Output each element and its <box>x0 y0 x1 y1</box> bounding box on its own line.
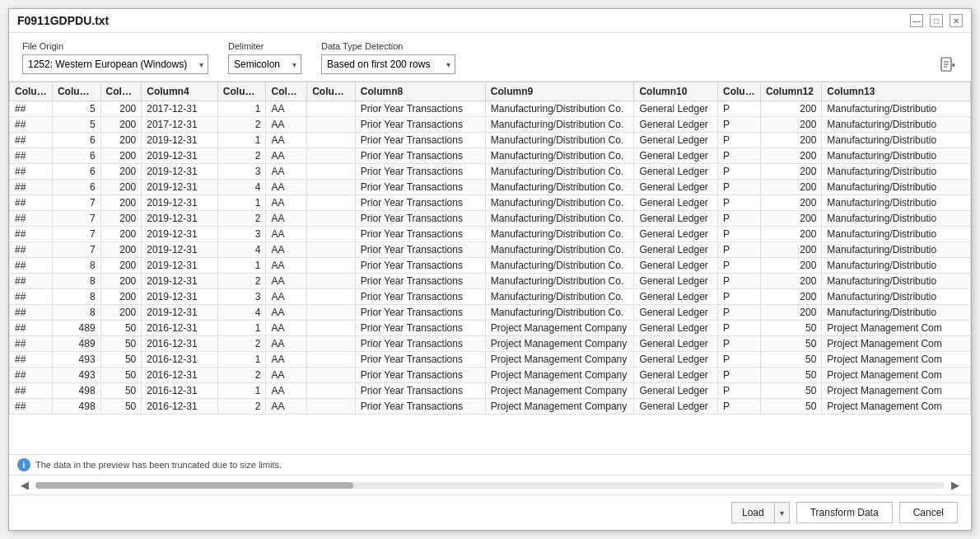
cell-r13-c11: 200 <box>760 305 821 321</box>
footer-bar: Load ▾ Transform Data Cancel <box>9 494 971 530</box>
datatype-select[interactable]: Based on first 200 rowsBased on entire d… <box>321 54 455 74</box>
window-title: F0911GDPDU.txt <box>17 14 109 27</box>
cell-r16-c9: General Ledger <box>634 352 718 368</box>
cell-r7-c5: AA <box>266 211 307 227</box>
cell-r1-c8: Manufacturing/Distribution Co. <box>485 117 634 133</box>
column-header-column4: Column4 <box>142 82 218 101</box>
cell-r6-c9: General Ledger <box>634 195 718 211</box>
cell-r10-c5: AA <box>266 258 307 274</box>
close-button[interactable]: ✕ <box>950 14 963 27</box>
cell-r18-c8: Project Management Company <box>485 383 634 399</box>
cell-r14-c9: General Ledger <box>634 321 718 336</box>
cell-r10-c7: Prior Year Transactions <box>355 258 485 274</box>
cell-r3-c5: AA <box>266 148 307 164</box>
cell-r3-c2: 200 <box>100 148 142 164</box>
cell-r5-c11: 200 <box>760 180 821 195</box>
scroll-left-arrow[interactable]: ◀ <box>17 477 32 493</box>
cell-r5-c7: Prior Year Transactions <box>355 180 485 195</box>
cell-r3-c6 <box>307 148 356 164</box>
column-header-column13: Column13 <box>822 82 971 101</box>
file-origin-select-wrapper[interactable]: 1252: Western European (Windows)UTF-8UTF… <box>22 54 208 74</box>
cell-r4-c7: Prior Year Transactions <box>355 164 485 180</box>
cell-r13-c7: Prior Year Transactions <box>355 305 485 321</box>
cell-r6-c11: 200 <box>760 195 821 211</box>
cell-r4-c3: 2019-12-31 <box>142 164 218 180</box>
cell-r8-c6 <box>307 227 356 242</box>
cell-r18-c12: Project Management Com <box>822 383 971 399</box>
cell-r0-c9: General Ledger <box>634 101 718 117</box>
horizontal-scrollbar[interactable]: ◀ ▶ <box>9 475 971 494</box>
transform-data-button[interactable]: Transform Data <box>796 502 893 523</box>
cancel-button[interactable]: Cancel <box>899 502 958 523</box>
cell-r9-c1: 7 <box>52 242 100 258</box>
scroll-thumb[interactable] <box>35 482 353 489</box>
load-dropdown-arrow[interactable]: ▾ <box>775 503 789 523</box>
cell-r10-c0: ## <box>10 258 53 274</box>
cell-r5-c5: AA <box>266 180 307 195</box>
cell-r13-c1: 8 <box>52 305 100 321</box>
cell-r1-c12: Manufacturing/Distributio <box>822 117 971 133</box>
cell-r5-c10: P <box>717 180 760 195</box>
maximize-button[interactable]: □ <box>930 14 943 27</box>
cell-r7-c7: Prior Year Transactions <box>355 211 485 227</box>
cell-r16-c8: Project Management Company <box>485 352 634 368</box>
cell-r19-c11: 50 <box>760 399 821 415</box>
cell-r0-c2: 200 <box>100 101 142 117</box>
table-row: ##498502016-12-311AAPrior Year Transacti… <box>10 383 971 399</box>
cell-r17-c7: Prior Year Transactions <box>355 368 485 383</box>
window-controls: — □ ✕ <box>910 14 963 27</box>
load-split-button[interactable]: Load ▾ <box>731 502 790 523</box>
cell-r18-c7: Prior Year Transactions <box>355 383 485 399</box>
datatype-group: Data Type Detection Based on first 200 r… <box>321 41 455 74</box>
table-row: ##82002019-12-313AAPrior Year Transactio… <box>10 289 971 305</box>
cell-r9-c7: Prior Year Transactions <box>355 242 485 258</box>
table-row: ##489502016-12-311AAPrior Year Transacti… <box>10 321 971 336</box>
cell-r3-c10: P <box>717 148 760 164</box>
cell-r6-c7: Prior Year Transactions <box>355 195 485 211</box>
datatype-select-wrapper[interactable]: Based on first 200 rowsBased on entire d… <box>321 54 455 74</box>
cell-r13-c6 <box>307 305 356 321</box>
cell-r1-c4: 2 <box>217 117 266 133</box>
cell-r9-c2: 200 <box>100 242 142 258</box>
cell-r10-c6 <box>307 258 356 274</box>
cell-r6-c12: Manufacturing/Distributio <box>822 195 971 211</box>
cell-r16-c1: 493 <box>52 352 100 368</box>
scroll-right-arrow[interactable]: ▶ <box>948 477 963 493</box>
delimiter-select[interactable]: SemicolonCommaTabSpace <box>228 54 301 74</box>
cell-r1-c0: ## <box>10 117 53 133</box>
delimiter-select-wrapper[interactable]: SemicolonCommaTabSpace <box>228 54 301 74</box>
table-row: ##72002019-12-313AAPrior Year Transactio… <box>10 227 971 242</box>
cell-r10-c1: 8 <box>52 258 100 274</box>
cell-r10-c4: 1 <box>217 258 266 274</box>
cell-r0-c6 <box>307 101 356 117</box>
cell-r2-c9: General Ledger <box>634 133 718 148</box>
cell-r9-c9: General Ledger <box>634 242 718 258</box>
cell-r5-c9: General Ledger <box>634 180 718 195</box>
cell-r11-c10: P <box>717 274 760 289</box>
load-button[interactable]: Load <box>732 503 775 523</box>
minimize-button[interactable]: — <box>910 14 923 27</box>
cell-r5-c1: 6 <box>52 180 100 195</box>
cell-r17-c4: 2 <box>217 368 266 383</box>
cell-r4-c6 <box>307 164 356 180</box>
cell-r19-c8: Project Management Company <box>485 399 634 415</box>
cell-r13-c2: 200 <box>100 305 142 321</box>
cell-r16-c3: 2016-12-31 <box>142 352 218 368</box>
cell-r0-c1: 5 <box>52 101 100 117</box>
cell-r12-c12: Manufacturing/Distributio <box>822 289 971 305</box>
cell-r2-c7: Prior Year Transactions <box>355 133 485 148</box>
export-icon[interactable] <box>938 54 958 74</box>
scroll-track[interactable] <box>35 482 945 489</box>
file-origin-group: File Origin 1252: Western European (Wind… <box>22 41 208 74</box>
table-scroll[interactable]: Column1Column2Column3Column4Column5Colum… <box>9 82 971 454</box>
file-origin-select[interactable]: 1252: Western European (Windows)UTF-8UTF… <box>22 54 208 74</box>
cell-r18-c4: 1 <box>217 383 266 399</box>
table-row: ##498502016-12-312AAPrior Year Transacti… <box>10 399 971 415</box>
cell-r15-c5: AA <box>266 336 307 352</box>
cell-r12-c6 <box>307 289 356 305</box>
cell-r10-c12: Manufacturing/Distributio <box>822 258 971 274</box>
cell-r6-c1: 7 <box>52 195 100 211</box>
cell-r16-c4: 1 <box>217 352 266 368</box>
cell-r17-c2: 50 <box>100 368 142 383</box>
cell-r11-c8: Manufacturing/Distribution Co. <box>485 274 634 289</box>
